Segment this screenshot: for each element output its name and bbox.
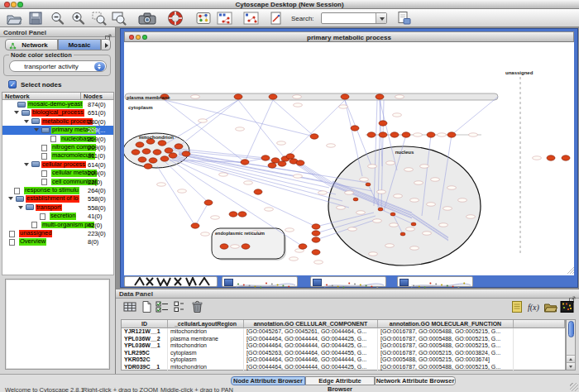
float-panel-icon[interactable] [105,29,112,36]
network-node-small[interactable] [390,213,395,216]
network-node[interactable] [312,250,320,255]
minimized-window[interactable] [397,276,473,287]
float-data-panel-icon[interactable] [569,291,576,298]
table-row[interactable]: YPL036W__1mitochondrion[GO:0044464, GO:0… [122,342,565,350]
node-color-select[interactable]: transporter activity [9,60,107,72]
scroll-up-arrow[interactable] [567,355,575,362]
network-node-small[interactable] [400,232,405,236]
zoom-selected-icon[interactable] [91,11,108,26]
search-dropdown-arrow[interactable] [376,13,386,23]
tree-row[interactable]: unassigned223(0) [2,229,114,237]
tree-row[interactable]: nucleobase-209(0) [2,135,114,143]
network-node[interactable] [312,224,320,229]
table-row[interactable]: YPL036W__2plasma membrane[GO:0044464, GO… [122,336,565,343]
minimized-window-icon[interactable] [400,279,409,286]
table-column-header[interactable] [514,320,565,328]
tree-row[interactable]: cellular process614(0) [2,160,114,169]
network-node[interactable] [182,151,190,156]
import-table-icon[interactable] [395,11,412,26]
network-node[interactable] [402,132,410,137]
tree-expand-arrow[interactable] [8,197,13,200]
tree-expand-arrow[interactable] [14,111,19,114]
network-node[interactable] [165,148,173,153]
network-node[interactable] [312,237,320,242]
network-node[interactable] [310,134,318,139]
tree-row[interactable]: macromolecule311(0) [2,151,114,160]
open-file-icon[interactable] [6,11,22,26]
network-node[interactable] [447,132,456,137]
network-node[interactable] [175,144,183,149]
network-node[interactable] [390,132,399,137]
tree-row[interactable]: secretion41(0) [2,212,114,220]
network-node[interactable] [341,94,349,99]
tree-row[interactable]: nitrogen compo209(0) [2,143,114,151]
table-row[interactable]: YLR295Ccytoplasm[GO:0045263, GO:0044464,… [122,350,565,357]
network-node[interactable] [367,132,376,137]
tree-expand-arrow[interactable] [24,163,29,166]
network-node[interactable] [562,155,570,160]
tab-node-attribute-browser[interactable]: Node Attribute Browser [231,376,305,385]
network-node[interactable] [278,161,286,166]
annotation-icon[interactable] [268,11,285,26]
network-canvas[interactable]: plasma membranecytoplasmmitochondrionnuc… [124,42,574,275]
zoom-fit-icon[interactable] [111,11,127,26]
network-node[interactable] [229,212,237,217]
tab-edge-attribute-browser[interactable]: Edge Attribute Browser [305,376,375,385]
table-column-header[interactable]: ID [122,320,168,328]
network-node-small[interactable] [378,208,383,211]
tree-column-nodes[interactable]: Nodes [80,92,114,100]
tab-network-attribute-browser[interactable]: Network Attribute Browser [375,376,456,385]
minimized-window[interactable] [310,276,386,287]
network-node[interactable] [142,149,151,154]
network-node[interactable] [268,163,276,168]
zoom-out-icon[interactable] [50,11,66,26]
network-node[interactable] [138,157,146,162]
tree-row[interactable]: primary metabo209(... [2,126,114,134]
table-column-header[interactable]: annotation.GO MOLECULAR_FUNCTION [378,320,514,328]
network-node[interactable] [261,155,270,160]
table-column-header[interactable]: annotation.GO CELLULAR_COMPONENT [244,320,378,328]
tree-row[interactable]: Overview8(0) [2,237,114,246]
tree-row[interactable]: response to stimulu264(0) [2,186,114,194]
layout-regions-icon[interactable] [216,11,236,26]
network-node[interactable] [299,244,307,249]
tree-row[interactable]: multi-organism pro42(0) [2,221,114,229]
new-attribute-icon[interactable] [140,300,154,313]
minimized-window[interactable] [124,276,218,287]
network-node[interactable] [312,231,320,236]
layout-regions-alt-icon[interactable] [242,11,262,26]
table-column-header[interactable]: _cellularLayoutRegion [168,320,244,328]
help-ring-icon[interactable] [167,11,184,26]
network-node[interactable] [136,142,144,147]
minimized-window[interactable] [222,276,298,287]
network-node[interactable] [160,156,169,161]
network-node[interactable] [547,155,555,160]
delete-attribute-icon[interactable] [190,300,204,313]
minimized-window-icon[interactable] [224,279,233,286]
network-node[interactable] [191,223,199,228]
select-nodes-checkbox[interactable]: ✓ [8,80,17,88]
table-row[interactable]: YDR039C__1mitochondrion[GO:0044464, GO:0… [122,364,565,371]
notes-icon[interactable] [510,300,524,313]
tree-row[interactable]: cellular metabol209(0) [2,169,114,177]
network-node[interactable] [351,126,359,131]
network-node[interactable] [204,200,213,205]
network-node[interactable] [376,94,384,99]
tree-row[interactable]: metabolic process280(0) [2,117,114,126]
network-node[interactable] [169,153,177,158]
tree-column-network[interactable]: Network [2,92,81,100]
combo-stepper-icon[interactable] [94,62,105,71]
tree-row[interactable]: biological_process651(0) [2,108,114,117]
save-session-icon[interactable] [27,11,44,26]
birdseye-view[interactable] [5,279,110,370]
network-node[interactable] [234,94,242,99]
table-row[interactable]: YKR052Ccytoplasm[GO:0044464, GO:0044446,… [122,356,565,364]
search-input[interactable] [321,12,387,24]
network-node[interactable] [379,132,387,137]
network-node-small[interactable] [366,183,371,186]
minimized-window-icon[interactable] [313,279,322,286]
network-node[interactable] [254,189,262,194]
network-node[interactable] [286,154,294,159]
tab-overflow-arrow[interactable] [101,39,111,50]
tab-network[interactable]: Network [5,39,58,50]
